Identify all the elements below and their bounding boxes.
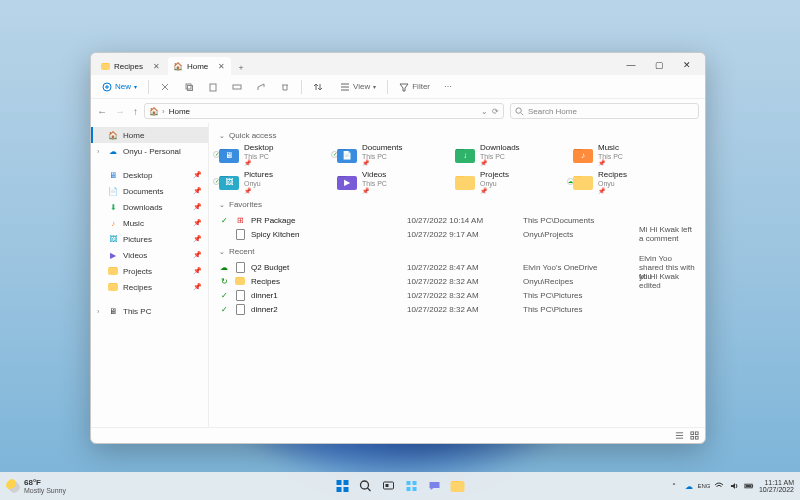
home-icon: 🏠 bbox=[174, 62, 183, 71]
folder-icon: ☁ bbox=[573, 175, 593, 191]
item-name: dinner1 bbox=[251, 291, 401, 300]
delete-button[interactable] bbox=[275, 80, 295, 94]
address-row: ← → ↑ 🏠 › Home ⌄⟳ Search Home bbox=[91, 99, 705, 123]
trash-icon bbox=[280, 82, 290, 92]
quick-access-item[interactable]: ProjectsOnyu📌 bbox=[455, 171, 555, 194]
pin-icon: 📌 bbox=[598, 188, 627, 195]
list-item[interactable]: ☁Q2 Budget10/27/2022 8:47 AMElvin Yoo's … bbox=[219, 260, 695, 274]
list-item[interactable]: Spicy Kitchen10/27/2022 9:17 AMOnyu\Proj… bbox=[219, 227, 695, 241]
tab-home[interactable]: 🏠 Home ✕ bbox=[168, 57, 231, 75]
close-tab-icon[interactable]: ✕ bbox=[218, 62, 225, 71]
sidebar-item-recipes[interactable]: Recipes📌 bbox=[91, 279, 208, 295]
section-recent[interactable]: ⌄Recent bbox=[219, 247, 695, 256]
section-quick-access[interactable]: ⌄Quick access bbox=[219, 131, 695, 140]
quick-access-item[interactable]: ☁RecipesOnyu📌 bbox=[573, 171, 673, 194]
cut-button[interactable] bbox=[155, 80, 175, 94]
item-activity: Mi Hi Kwak left a comment bbox=[639, 225, 695, 243]
chevron-right-icon[interactable]: › bbox=[97, 148, 103, 155]
copy-button[interactable] bbox=[179, 80, 199, 94]
doc-icon bbox=[235, 229, 245, 240]
sidebar-item-videos[interactable]: ▶Videos📌 bbox=[91, 247, 208, 263]
quick-access-item[interactable]: ✓🖥DesktopThis PC📌 bbox=[219, 144, 319, 167]
paste-button[interactable] bbox=[203, 80, 223, 94]
sidebar-item-documents[interactable]: 📄Documents📌 bbox=[91, 183, 208, 199]
refresh-button[interactable]: ⟳ bbox=[492, 107, 499, 116]
item-name: Recipes bbox=[251, 277, 401, 286]
view-button[interactable]: View▾ bbox=[335, 80, 381, 94]
new-button[interactable]: New ▾ bbox=[97, 80, 142, 94]
status-bar bbox=[91, 427, 705, 443]
list-item[interactable]: ✓dinner110/27/2022 8:32 AMThis PC\Pictur… bbox=[219, 288, 695, 302]
weather-widget[interactable]: 68°F Mostly Sunny bbox=[6, 479, 66, 494]
details-view-icon[interactable] bbox=[675, 431, 684, 440]
folder-icon: ▶ bbox=[337, 175, 357, 191]
tab-label: Recipes bbox=[114, 62, 143, 71]
thumbnails-view-icon[interactable] bbox=[690, 431, 699, 440]
filter-label: Filter bbox=[412, 82, 430, 91]
address-bar[interactable]: 🏠 › Home ⌄⟳ bbox=[144, 103, 504, 119]
more-button[interactable]: ⋯ bbox=[439, 80, 457, 93]
new-tab-button[interactable]: ＋ bbox=[233, 59, 249, 75]
close-tab-icon[interactable]: ✕ bbox=[153, 62, 160, 71]
file-explorer-window: Recipes ✕ 🏠 Home ✕ ＋ ― ▢ ✕ New ▾ View▾ bbox=[90, 52, 706, 444]
share-button[interactable] bbox=[251, 80, 271, 94]
pin-icon: 📌 bbox=[480, 160, 520, 167]
tab-recipes[interactable]: Recipes ✕ bbox=[95, 57, 166, 75]
list-item[interactable]: ✓⊞PR Package10/27/2022 10:14 AMThis PC\D… bbox=[219, 213, 695, 227]
widgets-button[interactable] bbox=[403, 477, 421, 495]
chevron-down-icon: ▾ bbox=[373, 83, 376, 90]
sidebar-item-projects[interactable]: Projects📌 bbox=[91, 263, 208, 279]
sidebar-item-desktop[interactable]: 🖥Desktop📌 bbox=[91, 167, 208, 183]
start-button[interactable] bbox=[334, 477, 352, 495]
sidebar-item-label: Downloads bbox=[123, 203, 163, 212]
taskbar-center bbox=[334, 477, 467, 495]
sidebar-item-home[interactable]: 🏠 Home bbox=[91, 127, 208, 143]
music-icon: ♪ bbox=[108, 218, 118, 228]
quick-access-item[interactable]: ↓DownloadsThis PC📌 bbox=[455, 144, 555, 167]
task-view-button[interactable] bbox=[380, 477, 398, 495]
pin-icon: 📌 bbox=[193, 283, 202, 291]
close-window-button[interactable]: ✕ bbox=[673, 55, 701, 75]
sidebar-item-downloads[interactable]: ⬇Downloads📌 bbox=[91, 199, 208, 215]
explorer-button[interactable] bbox=[449, 477, 467, 495]
svg-rect-3 bbox=[210, 84, 216, 91]
taskbar-clock[interactable]: 11:11 AM 10/27/2022 bbox=[759, 479, 794, 493]
breadcrumb[interactable]: Home bbox=[169, 107, 190, 116]
quick-access-item[interactable]: ♪MusicThis PC📌 bbox=[573, 144, 673, 167]
search-input[interactable]: Search Home bbox=[510, 103, 699, 119]
chevron-right-icon: › bbox=[162, 107, 165, 116]
sidebar-item-thispc[interactable]: ›🖥This PC bbox=[91, 303, 208, 319]
back-button[interactable]: ← bbox=[97, 106, 107, 117]
svg-rect-10 bbox=[337, 480, 342, 485]
pin-icon: 📌 bbox=[362, 188, 387, 195]
chevron-down-icon[interactable]: ⌄ bbox=[481, 107, 488, 116]
tray-chevron-icon[interactable]: ˄ bbox=[669, 481, 679, 491]
xls-icon bbox=[235, 262, 245, 273]
sidebar-item-music[interactable]: ♪Music📌 bbox=[91, 215, 208, 231]
forward-button[interactable]: → bbox=[115, 106, 125, 117]
up-button[interactable]: ↑ bbox=[133, 106, 138, 117]
language-tray-icon[interactable]: ENG bbox=[699, 481, 709, 491]
wifi-tray-icon[interactable] bbox=[714, 481, 724, 491]
list-item[interactable]: ↻Recipes10/27/2022 8:32 AMOnyu\RecipesMi… bbox=[219, 274, 695, 288]
sidebar-item-onedrive[interactable]: › ☁ Onyu - Personal bbox=[91, 143, 208, 159]
list-item[interactable]: ✓dinner210/27/2022 8:32 AMThis PC\Pictur… bbox=[219, 302, 695, 316]
sort-button[interactable] bbox=[308, 80, 331, 94]
plus-circle-icon bbox=[102, 82, 112, 92]
rename-button[interactable] bbox=[227, 80, 247, 94]
battery-tray-icon[interactable] bbox=[744, 481, 754, 491]
onedrive-tray-icon[interactable]: ☁ bbox=[684, 481, 694, 491]
chevron-right-icon[interactable]: › bbox=[97, 308, 103, 315]
section-favorites[interactable]: ⌄Favorites bbox=[219, 200, 695, 209]
minimize-button[interactable]: ― bbox=[617, 55, 645, 75]
search-button[interactable] bbox=[357, 477, 375, 495]
quick-access-item[interactable]: ✓📄DocumentsThis PC📌 bbox=[337, 144, 437, 167]
chat-button[interactable] bbox=[426, 477, 444, 495]
sidebar-item-pictures[interactable]: 🖼Pictures📌 bbox=[91, 231, 208, 247]
volume-tray-icon[interactable] bbox=[729, 481, 739, 491]
filter-button[interactable]: Filter bbox=[394, 80, 435, 94]
folder-icon: ↓ bbox=[455, 148, 475, 164]
quick-access-item[interactable]: ▶VideosThis PC📌 bbox=[337, 171, 437, 194]
quick-access-item[interactable]: ✓🖼PicturesOnyu📌 bbox=[219, 171, 319, 194]
maximize-button[interactable]: ▢ bbox=[645, 55, 673, 75]
